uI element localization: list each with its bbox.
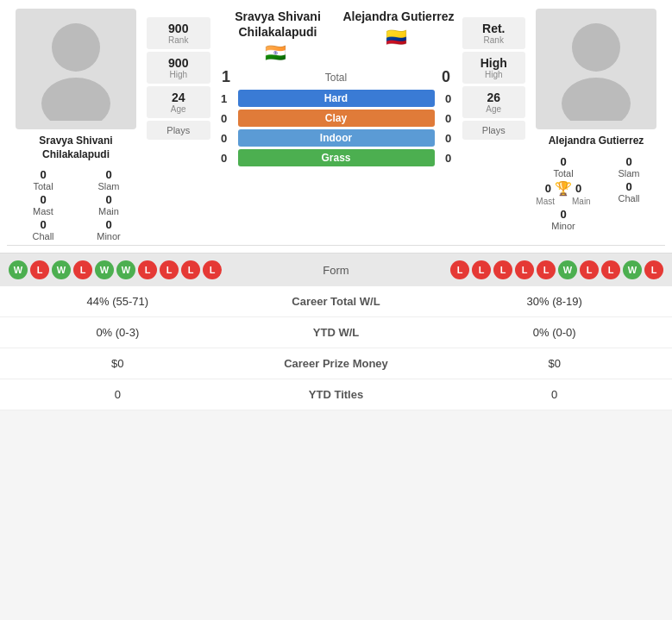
top-area: Sravya Shivani Chilakalapudi 0 Total 0 S…	[0, 0, 672, 245]
svg-point-1	[41, 78, 110, 121]
surface-grass: 0 Grass 0	[216, 149, 457, 166]
form-badge: L	[73, 260, 92, 279]
stats-left-value: 0	[0, 379, 236, 410]
left-stat-boxes: 900 Rank 900 High 24 Age Plays	[145, 17, 212, 140]
stats-label: YTD Titles	[236, 379, 437, 410]
form-badge: L	[601, 260, 620, 279]
main-container: Sravya Shivani Chilakalapudi 0 Total 0 S…	[0, 0, 672, 410]
form-badge: L	[580, 260, 599, 279]
form-badge: L	[493, 260, 512, 279]
surface-indoor: 0 Indoor 0	[216, 129, 457, 147]
stats-label: YTD W/L	[236, 317, 437, 348]
left-player-avatar	[16, 9, 136, 129]
svg-point-3	[562, 78, 631, 121]
stats-right-value: 0% (0-0)	[436, 317, 672, 348]
form-badge: L	[537, 260, 556, 279]
left-player-name: Sravya Shivani Chilakalapudi	[7, 135, 145, 161]
form-badge: W	[52, 260, 71, 279]
right-stat-mast: 0 🏆 0 Mast Main	[534, 180, 593, 206]
right-plays-box: Plays	[462, 121, 526, 140]
stats-table: 44% (55-71) Career Total W/L 30% (8-19) …	[0, 286, 672, 410]
left-stat-slam: 0 Slam	[79, 168, 138, 191]
stats-right-value: 0	[436, 379, 672, 410]
stats-left-value: $0	[0, 348, 236, 379]
form-badge: L	[30, 260, 49, 279]
surface-clay: 0 Clay 0	[216, 110, 457, 127]
right-player-name: Alejandra Gutierrez	[549, 135, 644, 148]
form-badge: L	[181, 260, 200, 279]
right-stat-minor: 0 Minor	[534, 208, 593, 231]
stats-row: 44% (55-71) Career Total W/L 30% (8-19)	[0, 286, 672, 317]
left-stat-chall: 0 Chall	[14, 218, 72, 241]
form-badge: L	[515, 260, 534, 279]
form-badge: L	[472, 260, 491, 279]
form-label: Form	[302, 264, 371, 277]
left-name-center: Sravya Shivani Chilakalapudi	[216, 9, 341, 40]
left-plays-box: Plays	[147, 121, 210, 140]
left-stat-mast: 0 Mast	[14, 193, 72, 216]
center-column: Sravya Shivani Chilakalapudi 🇮🇳 Alejandr…	[212, 9, 461, 169]
left-stat-minor: 0 Minor	[79, 218, 138, 241]
right-player-section: Alejandra Gutierrez 0 Total 0 Slam 0 🏆 0	[527, 9, 665, 231]
left-rank-box: 900 Rank	[147, 17, 210, 49]
stats-left-value: 44% (55-71)	[0, 286, 236, 317]
svg-point-0	[52, 23, 100, 72]
form-badge: W	[95, 260, 114, 279]
right-player-avatar	[536, 9, 656, 129]
right-form-badges: LLLLLWLLWL	[371, 260, 664, 279]
divider-1	[7, 245, 665, 246]
form-badge: L	[160, 260, 179, 279]
right-rank-box: Ret. Rank	[462, 17, 526, 49]
left-player-section: Sravya Shivani Chilakalapudi 0 Total 0 S…	[7, 9, 145, 241]
form-badge: L	[644, 260, 663, 279]
right-high-box: High High	[462, 52, 526, 84]
right-age-box: 26 Age	[462, 86, 526, 118]
form-badge: W	[116, 260, 135, 279]
form-badge: L	[138, 260, 157, 279]
form-badge: W	[558, 260, 577, 279]
surface-rows: 1 Hard 0 0 Clay 0 0 Indoor 0 0 Grass	[216, 90, 457, 169]
form-badge: W	[9, 260, 28, 279]
right-stat-boxes: Ret. Rank High High 26 Age Plays	[461, 17, 528, 140]
form-badge: L	[450, 260, 469, 279]
left-flag: 🇮🇳	[216, 42, 336, 63]
right-flag: 🇨🇴	[336, 27, 457, 47]
left-stat-total: 0 Total	[14, 168, 72, 191]
left-form-badges: WLWLWWLLLL	[9, 260, 302, 279]
names-row: Sravya Shivani Chilakalapudi 🇮🇳 Alejandr…	[216, 9, 457, 63]
left-stat-main: 0 Main	[79, 193, 138, 216]
stats-left-value: 0% (0-3)	[0, 317, 236, 348]
stats-right-value: $0	[436, 348, 672, 379]
left-high-box: 900 High	[147, 52, 210, 84]
stats-right-value: 30% (8-19)	[436, 286, 672, 317]
form-section: WLWLWWLLLL Form LLLLLWLLWL	[0, 253, 672, 286]
right-name-center: Alejandra Gutierrez	[336, 9, 462, 24]
stats-row: 0 YTD Titles 0	[0, 379, 672, 410]
trophy-icon: 🏆	[555, 180, 572, 197]
form-badge: L	[203, 260, 222, 279]
stats-label: Career Total W/L	[236, 286, 437, 317]
right-stat-chall: 0 Chall	[600, 180, 658, 206]
svg-point-2	[572, 23, 620, 72]
stats-label: Career Prize Money	[236, 348, 437, 379]
surface-hard: 1 Hard 0	[216, 90, 457, 107]
left-age-box: 24 Age	[147, 86, 210, 118]
form-badge: W	[623, 260, 642, 279]
right-stat-total: 0 Total	[534, 155, 593, 178]
total-score-row: 1 Total 0	[216, 68, 457, 86]
right-stat-slam: 0 Slam	[600, 155, 658, 178]
stats-row: 0% (0-3) YTD W/L 0% (0-0)	[0, 317, 672, 348]
stats-row: $0 Career Prize Money $0	[0, 348, 672, 379]
